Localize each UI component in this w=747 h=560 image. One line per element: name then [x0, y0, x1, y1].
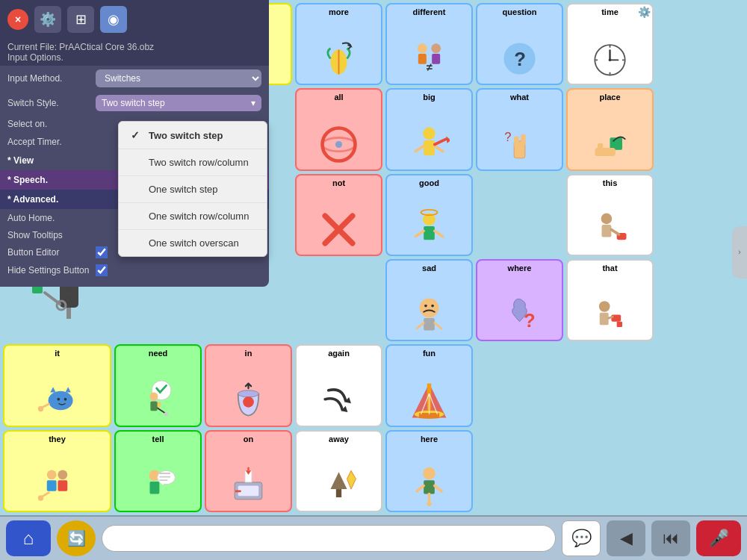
chat-button[interactable]: 💬 — [562, 520, 601, 556]
svg-rect-13 — [418, 54, 427, 64]
svg-point-28 — [335, 141, 342, 148]
cell-where[interactable]: where ? — [476, 259, 563, 341]
cell-fun[interactable]: fun — [385, 344, 473, 426]
svg-point-78 — [238, 390, 259, 396]
svg-point-22 — [609, 59, 612, 62]
home-button[interactable]: ⌂ — [6, 520, 51, 556]
cell-label-different: different — [413, 7, 446, 16]
cell-place[interactable]: place — [566, 88, 654, 170]
cell-big[interactable]: big — [385, 88, 473, 170]
svg-line-47 — [415, 231, 424, 236]
svg-rect-108 — [336, 489, 341, 497]
cell-question[interactable]: question ? — [476, 3, 563, 85]
dropdown-option-two-switch-step[interactable]: ✓ Two switch step — [119, 122, 267, 149]
svg-rect-111 — [424, 480, 435, 494]
back-button[interactable]: ◀ — [607, 520, 645, 556]
svg-line-32 — [415, 146, 424, 151]
svg-text:?: ? — [504, 130, 511, 143]
svg-line-48 — [435, 231, 443, 236]
svg-point-76 — [150, 392, 158, 400]
chat-icon: 💬 — [571, 529, 592, 548]
svg-line-57 — [417, 323, 424, 329]
cell-tell[interactable]: tell — [114, 430, 202, 512]
cell-sad[interactable]: sad — [385, 259, 473, 341]
cell-good[interactable]: good — [385, 174, 473, 256]
svg-rect-64 — [617, 322, 622, 327]
dropdown-option-two-switch-row[interactable]: Two switch row/column — [119, 149, 267, 176]
hide-settings-checkbox[interactable] — [96, 264, 108, 276]
input-method-label: Input Method. — [7, 73, 90, 84]
svg-point-49 — [601, 214, 613, 225]
side-handle[interactable]: › — [732, 226, 747, 279]
cell-away[interactable]: away — [295, 430, 382, 512]
cell-label-place: place — [599, 93, 620, 102]
cell-not[interactable]: not — [295, 174, 382, 256]
mic-button[interactable]: 🎤 — [696, 520, 741, 556]
accept-timer-label: Accept Timer. — [7, 137, 90, 147]
svg-text:?: ? — [514, 49, 526, 69]
svg-point-12 — [418, 44, 427, 54]
svg-rect-129 — [66, 308, 71, 319]
cell-time[interactable]: time ⚙️ — [566, 3, 654, 85]
button-editor-checkbox[interactable] — [96, 246, 108, 258]
switch-style-dropdown: ✓ Two switch step Two switch row/column … — [118, 121, 267, 257]
cell-label-where: where — [508, 264, 532, 273]
cell-that[interactable]: that — [566, 259, 654, 341]
bottom-toolbar: ⌂ 🔄 💬 ◀ ⏮ 🎤 — [0, 515, 747, 560]
cell-need[interactable]: need — [114, 344, 202, 426]
dropdown-option-label: One switch row/column — [149, 211, 249, 222]
svg-point-75 — [164, 412, 169, 417]
settings-close-button[interactable]: × — [7, 9, 28, 30]
svg-point-61 — [599, 301, 610, 312]
switch-style-dropdown-trigger[interactable]: Two switch step ▾ — [96, 95, 261, 111]
dropdown-option-one-switch-row[interactable]: One switch row/column — [119, 203, 267, 230]
cell-here[interactable]: here — [385, 430, 473, 512]
svg-rect-92 — [58, 480, 67, 491]
cell-label-again: again — [328, 349, 350, 358]
cell-label-it: it — [55, 349, 60, 358]
cell-different[interactable]: different ≠ — [385, 3, 473, 85]
cell-label-time: time — [601, 7, 619, 16]
cell-this[interactable]: this — [566, 174, 654, 256]
svg-rect-90 — [47, 480, 57, 491]
cell-they[interactable]: they — [3, 430, 111, 512]
sync-button[interactable]: 🔄 — [57, 520, 96, 556]
svg-rect-46 — [424, 226, 435, 240]
svg-point-68 — [58, 397, 61, 400]
skip-back-button[interactable]: ⏮ — [651, 520, 690, 556]
settings-gear-button[interactable]: ⚙️ — [34, 6, 61, 33]
input-method-select[interactable]: Switches — [96, 69, 261, 87]
settings-circle-button[interactable]: ◉ — [100, 6, 127, 33]
cell-more[interactable]: more — [295, 3, 382, 85]
cell-label-fun: fun — [423, 349, 436, 358]
message-bar[interactable] — [102, 525, 556, 552]
cell-on[interactable]: on — [205, 430, 292, 512]
cell-again[interactable]: again — [295, 344, 382, 426]
cell-label-that: that — [602, 264, 617, 273]
dropdown-option-label: Two switch step — [149, 130, 223, 141]
svg-rect-41 — [598, 143, 603, 152]
show-tooltips-label: Show Tooltips — [7, 230, 90, 240]
cell-it[interactable]: it — [3, 344, 111, 426]
cell-what[interactable]: what ? — [476, 88, 563, 170]
svg-line-52 — [611, 230, 619, 234]
svg-rect-103 — [238, 486, 259, 497]
svg-rect-31 — [424, 140, 435, 155]
svg-rect-60 — [611, 315, 621, 322]
svg-point-55 — [431, 305, 434, 308]
svg-point-65 — [49, 391, 73, 410]
switch-style-row: Switch Style. Two switch step ▾ — [0, 91, 269, 115]
settings-grid-button[interactable]: ⊞ — [67, 6, 94, 33]
cell-label-sad: sad — [422, 264, 436, 273]
cell-label-here: here — [421, 435, 438, 444]
svg-line-74 — [157, 407, 165, 412]
cell-all[interactable]: all — [295, 88, 382, 170]
dropdown-option-one-switch-step[interactable]: One switch step — [119, 176, 267, 203]
cell-in[interactable]: in — [205, 344, 292, 426]
cell-label-on: on — [244, 435, 253, 444]
hide-settings-row: Hide Settings Button — [0, 261, 269, 279]
back-icon: ◀ — [620, 529, 633, 548]
svg-rect-50 — [602, 225, 612, 237]
cell-label-away: away — [329, 435, 349, 444]
dropdown-option-one-switch-overscan[interactable]: One switch overscan — [119, 230, 267, 256]
